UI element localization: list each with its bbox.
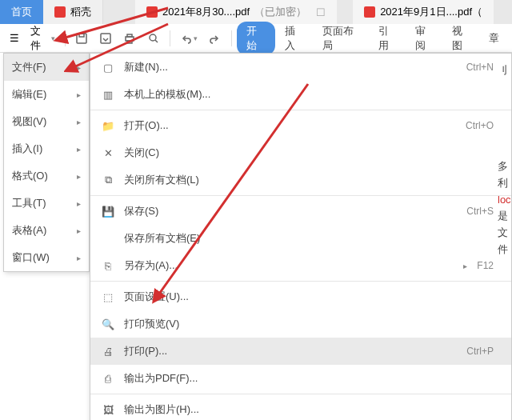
- save-all-icon: [102, 232, 114, 245]
- menu-separator: [90, 281, 511, 282]
- close-all-icon: ⧉: [102, 174, 114, 186]
- chevron-right-icon: ▸: [77, 226, 81, 235]
- toolbar: ☰ 文件 ▾ ▾ 开始 插入 页面布局 引用 审阅 视图 章: [0, 24, 512, 53]
- chevron-down-icon: ▾: [194, 34, 198, 42]
- sub-print[interactable]: 🖨 打印(P)... Ctrl+P: [90, 338, 511, 365]
- right-edge-text: 刂: [498, 62, 512, 79]
- submenu-file: ▢ 新建(N)... Ctrl+N ▥ 本机上的模板(M)... 📁 打开(O)…: [90, 53, 512, 420]
- chevron-right-icon: ▸: [77, 254, 81, 262]
- close-doc-icon: ✕: [102, 146, 114, 159]
- sub-close[interactable]: ✕ 关闭(C): [90, 139, 511, 166]
- template-icon: ▥: [102, 88, 114, 101]
- printer-icon: 🖨: [102, 345, 114, 358]
- print-icon[interactable]: [118, 29, 141, 48]
- side-item-table[interactable]: 表格(A)▸: [4, 217, 89, 244]
- chevron-right-icon: ▸: [77, 172, 81, 181]
- save-icon[interactable]: [70, 29, 93, 48]
- sub-export-pdf[interactable]: ⎙ 输出为PDF(F)...: [90, 365, 511, 392]
- chevron-right-icon: ▸: [77, 90, 81, 99]
- chevron-right-icon: ▸: [463, 262, 467, 270]
- sub-template[interactable]: ▥ 本机上的模板(M)...: [90, 81, 511, 108]
- svg-rect-4: [127, 34, 132, 37]
- svg-rect-2: [101, 34, 110, 43]
- side-item-file[interactable]: 文件(F)▸: [4, 54, 89, 81]
- preview-icon: 🔍: [102, 318, 114, 330]
- chevron-down-icon: ▾: [51, 34, 55, 42]
- dockshell-icon: [54, 6, 66, 18]
- side-item-view[interactable]: 视图(V)▸: [4, 108, 89, 135]
- sub-save[interactable]: 💾 保存(S) Ctrl+S: [90, 198, 511, 225]
- tab-start[interactable]: 开始: [237, 22, 275, 55]
- sub-close-all[interactable]: ⧉ 关闭所有文档(L): [90, 166, 511, 194]
- chevron-right-icon: ▸: [77, 145, 81, 154]
- side-item-format[interactable]: 格式(O)▸: [4, 162, 89, 190]
- page-setup-icon: ⬚: [102, 290, 114, 303]
- tab-suffix: （已加密）: [254, 5, 306, 19]
- svg-point-6: [150, 34, 156, 41]
- save-icon: 💾: [102, 205, 114, 218]
- tab-insert[interactable]: 插入: [277, 21, 312, 56]
- separator: [65, 30, 66, 46]
- menu-separator: [90, 110, 511, 110]
- sub-page-setup[interactable]: ⬚ 页面设置(U)...: [90, 283, 511, 310]
- undo-icon[interactable]: ▾: [174, 29, 202, 48]
- chevron-right-icon: ▸: [77, 199, 81, 208]
- file-menu[interactable]: 文件 ▾: [26, 21, 60, 56]
- save-as-icon: ⎘: [102, 259, 114, 272]
- close-icon[interactable]: ☐: [316, 6, 326, 18]
- menu-separator: [90, 195, 511, 196]
- sub-print-preview[interactable]: 🔍 打印预览(V): [90, 310, 511, 338]
- chevron-right-icon: ▸: [77, 63, 81, 72]
- new-file-icon: ▢: [102, 61, 114, 74]
- right-edge-text2: 多利loc是文件: [498, 158, 512, 258]
- tab-chapter[interactable]: 章: [481, 28, 507, 49]
- tab-review[interactable]: 审阅: [407, 21, 442, 56]
- save-as-icon[interactable]: [94, 29, 117, 48]
- tab-label: 2021年8月30....pdf: [162, 5, 250, 19]
- tab-label: 稻壳: [70, 5, 91, 19]
- pdf-icon: [364, 6, 375, 18]
- pdf-icon: [146, 6, 158, 18]
- side-item-insert[interactable]: 插入(I)▸: [4, 135, 89, 162]
- tab-view[interactable]: 视图: [444, 21, 479, 56]
- tab-layout[interactable]: 页面布局: [314, 21, 369, 56]
- sub-new[interactable]: ▢ 新建(N)... Ctrl+N: [90, 54, 511, 81]
- tab-reference[interactable]: 引用: [370, 21, 406, 56]
- svg-rect-0: [77, 34, 86, 43]
- hamburger-icon[interactable]: ☰: [5, 29, 24, 47]
- redo-icon[interactable]: [204, 29, 226, 48]
- side-item-window[interactable]: 窗口(W)▸: [4, 244, 89, 271]
- side-item-edit[interactable]: 编辑(E)▸: [4, 81, 89, 108]
- side-menu: 文件(F)▸ 编辑(E)▸ 视图(V)▸ 插入(I)▸ 格式(O)▸ 工具(T)…: [3, 53, 90, 272]
- separator: [231, 30, 232, 46]
- svg-rect-1: [79, 34, 84, 37]
- separator: [170, 30, 170, 46]
- preview-icon[interactable]: [142, 29, 165, 48]
- file-label: 文件: [30, 24, 50, 53]
- sub-open[interactable]: 📁 打开(O)... Ctrl+O: [90, 112, 511, 139]
- chevron-right-icon: ▸: [77, 118, 81, 126]
- pdf-export-icon: ⎙: [102, 372, 114, 385]
- tab-label: 首页: [11, 5, 32, 19]
- menu-separator: [90, 394, 511, 394]
- sub-save-all[interactable]: 保存所有文档(E): [90, 225, 511, 252]
- folder-icon: 📁: [102, 119, 114, 132]
- side-item-tools[interactable]: 工具(T)▸: [4, 190, 89, 217]
- sub-export-img[interactable]: 🖼 输出为图片(H)...: [90, 396, 511, 420]
- svg-rect-5: [127, 41, 132, 43]
- image-export-icon: 🖼: [102, 403, 114, 416]
- sub-save-as[interactable]: ⎘ 另存为(A)... ▸ F12: [90, 252, 511, 279]
- tab-label: 2021年9月1日....pdf（: [380, 5, 482, 19]
